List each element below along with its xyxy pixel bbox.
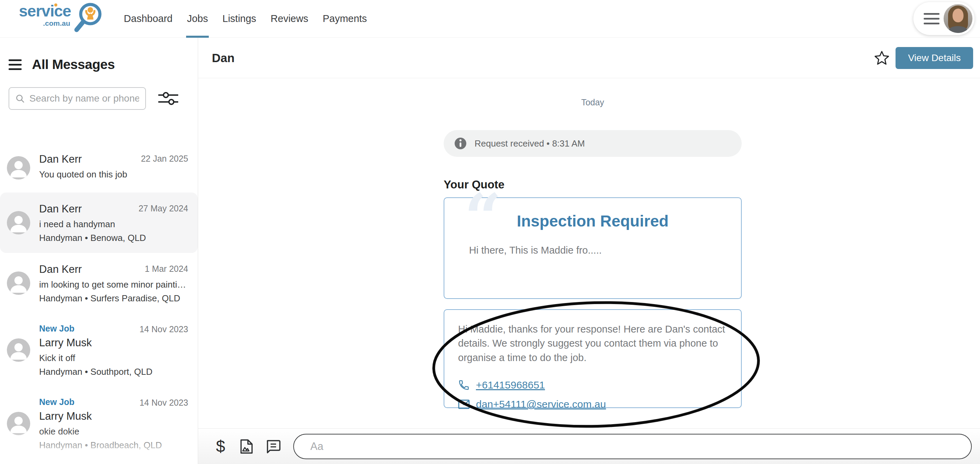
phone-link[interactable]: +61415968651 xyxy=(476,379,545,391)
conversation-date: 14 Nov 2023 xyxy=(139,324,188,334)
app-window: service .com.au Dashboard Jobs Listings … xyxy=(0,0,980,464)
contact-message-text: Hi Maddie, thanks for your response! Her… xyxy=(458,322,727,365)
user-avatar[interactable] xyxy=(943,4,972,33)
contact-name: Larry Musk xyxy=(39,410,188,423)
avatar-face xyxy=(953,9,964,22)
system-notice-text: Request received • 8:31 AM xyxy=(474,138,585,149)
view-details-button[interactable]: View Details xyxy=(896,47,973,69)
day-divider: Today xyxy=(444,97,742,107)
saved-replies-button[interactable] xyxy=(266,439,281,454)
job-meta: Handyman • Broadbeach, QLD xyxy=(39,440,188,451)
logo-tld: .com.au xyxy=(19,19,71,27)
search-input[interactable] xyxy=(30,93,139,104)
contact-avatar-icon xyxy=(7,156,30,180)
service-logo[interactable]: service .com.au xyxy=(19,3,104,35)
quote-section-title: Your Quote xyxy=(444,178,742,191)
message-preview: Kick it off xyxy=(39,353,188,364)
logo-i-dot xyxy=(54,3,57,6)
attach-image-button[interactable] xyxy=(239,439,253,454)
chat-contact-name: Dan xyxy=(212,51,234,65)
contact-avatar-icon xyxy=(7,412,30,435)
messages-menu-icon[interactable] xyxy=(9,59,22,70)
menu-icon xyxy=(924,13,939,24)
nav-listings[interactable]: Listings xyxy=(223,0,256,38)
top-navigation-bar: service .com.au Dashboard Jobs Listings … xyxy=(0,0,980,38)
nav-dashboard[interactable]: Dashboard xyxy=(124,0,173,38)
sidebar-title: All Messages xyxy=(32,57,115,72)
primary-nav: Dashboard Jobs Listings Reviews Payments xyxy=(124,0,367,38)
contact-details-card: Hi Maddie, thanks for your response! Her… xyxy=(444,309,742,408)
service-logo-text: service .com.au xyxy=(19,3,71,27)
avatar-shirt xyxy=(948,26,968,33)
message-composer: $ xyxy=(198,428,980,464)
message-preview: You quoted on this job xyxy=(39,169,188,180)
job-meta: Handyman • Southport, QLD xyxy=(39,367,188,377)
conversation-date: 14 Nov 2023 xyxy=(139,398,188,408)
email-row: dan+54111@service.com.au xyxy=(458,399,727,410)
conversation-date: 27 May 2024 xyxy=(138,203,188,213)
info-icon xyxy=(454,137,467,150)
search-icon xyxy=(16,93,25,104)
messages-sidebar: All Messages xyxy=(0,38,198,464)
favourite-button[interactable] xyxy=(873,49,891,67)
message-preview: okie dokie xyxy=(39,426,188,437)
conversation-item[interactable]: Dan Kerr You quoted on this job 22 Jan 2… xyxy=(0,143,198,192)
email-link[interactable]: dan+54111@service.com.au xyxy=(476,399,606,410)
message-preview: i need a handyman xyxy=(39,219,188,230)
system-notice: Request received • 8:31 AM xyxy=(444,130,742,157)
phone-icon xyxy=(458,379,470,391)
filter-button[interactable] xyxy=(158,91,178,106)
job-meta: Handyman • Surfers Paradise, QLD xyxy=(39,293,188,304)
chat-bubble-icon xyxy=(266,439,281,454)
request-payment-icon[interactable]: $ xyxy=(216,438,225,455)
phone-row: +61415968651 xyxy=(458,379,727,391)
quote-preview-text: Hi there, This is Maddie fro..... xyxy=(469,245,741,256)
message-preview: im looking to get some minor painting do… xyxy=(39,280,188,290)
nav-jobs[interactable]: Jobs xyxy=(187,0,208,38)
filter-sliders-icon xyxy=(158,91,178,106)
star-icon xyxy=(874,51,890,65)
image-file-icon xyxy=(239,439,253,454)
search-box xyxy=(9,87,146,110)
account-menu-button[interactable] xyxy=(913,2,975,35)
conversation-item[interactable]: New Job Larry Musk Kick it off Handyman … xyxy=(0,313,198,387)
conversation-date: 22 Jan 2025 xyxy=(141,154,188,164)
contact-avatar-icon xyxy=(7,272,30,295)
chat-message-area[interactable]: Today Request received • 8:31 AM Your Qu… xyxy=(198,78,980,428)
logo-wordmark: service xyxy=(19,2,71,20)
conversation-item[interactable]: New Job Larry Musk okie dokie Handyman •… xyxy=(0,387,198,460)
quote-card[interactable]: “ Inspection Required Hi there, This is … xyxy=(444,197,742,299)
chat-panel: Dan View Details Today Request recei xyxy=(198,38,980,464)
contact-avatar-icon xyxy=(7,211,30,234)
contact-avatar-icon xyxy=(7,338,30,362)
nav-payments[interactable]: Payments xyxy=(323,0,367,38)
chat-header: Dan View Details xyxy=(198,38,980,78)
quote-heading: Inspection Required xyxy=(444,198,741,230)
message-input[interactable] xyxy=(293,434,972,459)
nav-reviews[interactable]: Reviews xyxy=(270,0,309,38)
chat-column: Today Request received • 8:31 AM Your Qu… xyxy=(444,97,742,408)
magnifier-person-icon xyxy=(72,2,104,35)
conversation-item-selected[interactable]: Dan Kerr i need a handyman Handyman • Be… xyxy=(0,192,198,253)
conversation-item[interactable]: Dan Kerr im looking to get some minor pa… xyxy=(0,253,198,313)
search-row xyxy=(9,87,198,110)
conversation-date: 1 Mar 2024 xyxy=(145,264,188,274)
email-icon xyxy=(458,399,470,410)
job-meta: Handyman • Benowa, QLD xyxy=(39,233,188,243)
contact-name: Larry Musk xyxy=(39,337,188,349)
conversation-list: Dan Kerr You quoted on this job 22 Jan 2… xyxy=(0,143,198,460)
sidebar-header: All Messages xyxy=(0,38,198,72)
